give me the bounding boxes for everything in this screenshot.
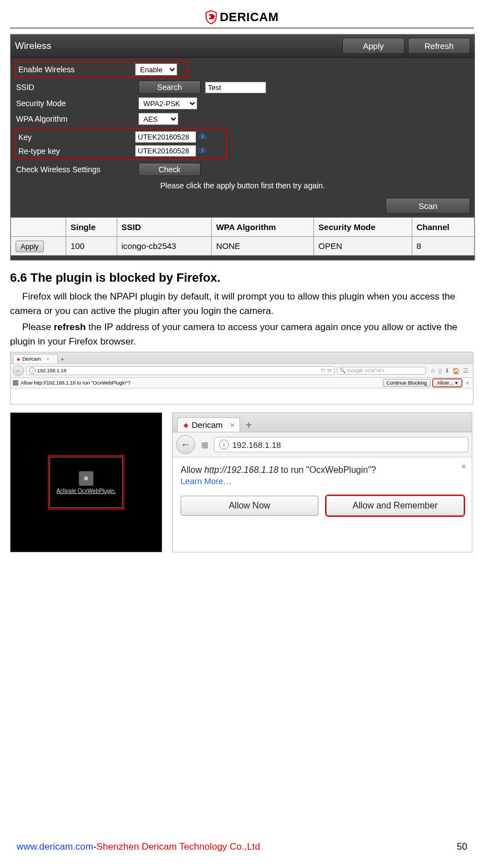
wpa-algorithm-select[interactable]: AES [138, 113, 178, 125]
key-input[interactable] [135, 131, 196, 143]
plugin-bar-icon[interactable]: ▦ [199, 440, 209, 449]
brand-name: DERICAM [219, 10, 278, 24]
wifi-scan-table: Single SSID WPA Algorithm Security Mode … [11, 217, 475, 256]
learn-more-link[interactable]: Learn More… [181, 476, 464, 486]
browser-tab[interactable]: ◆ Dericam × [177, 417, 240, 432]
new-tab-icon[interactable]: + [240, 419, 258, 432]
search-bar[interactable]: 🔍 Google <Ctrl+K> [337, 367, 426, 375]
firefox-small-screenshot: ◆ Dericam × + ← i 192.168.1.18 🛡 ⟳ 🔍 Goo… [10, 352, 473, 405]
cell-ssid: icongo-cb2543 [117, 237, 211, 256]
col-wpa: WPA Algorithm [211, 218, 313, 237]
url-bar[interactable]: i 192.168.1.18 [214, 437, 468, 452]
col-ssid: SSID [117, 218, 211, 237]
allow-button[interactable]: Allow… ▾ [433, 379, 462, 387]
allow-now-button[interactable]: Allow Now [181, 496, 318, 516]
plugin-icon [13, 380, 18, 386]
apply-button[interactable]: Apply [342, 38, 405, 54]
wpa-algorithm-label: WPA Algorithm [16, 114, 138, 123]
url-text: 192.168.1.18 [232, 440, 281, 450]
back-button[interactable]: ← [13, 365, 24, 376]
scan-button[interactable]: Scan [386, 198, 470, 214]
prompt-text: Allow http://192.168.1.18 to run "OcxWeb… [181, 465, 464, 475]
refresh-button[interactable]: Refresh [408, 38, 470, 54]
table-row: Apply 100 icongo-cb2543 NONE OPEN 8 [11, 237, 475, 256]
retype-key-input[interactable] [135, 145, 196, 157]
plugin-info-bar: Allow http://192.168.1.18 to run "OcxWeb… [11, 378, 473, 388]
row-apply-button[interactable]: Apply [16, 241, 44, 252]
activate-plugin-caption: Activate OcxWebPlugin. [56, 488, 116, 494]
security-mode-label: Security Mode [16, 99, 138, 108]
menu-icon[interactable]: ☰ [463, 367, 468, 375]
url-text: 192.168.1.18 [37, 368, 67, 373]
info-bar-text: Allow http://192.168.1.18 to run "OcxWeb… [21, 380, 131, 386]
col-single: Single [66, 218, 117, 237]
col-security: Security Mode [314, 218, 412, 237]
close-icon[interactable]: × [461, 462, 466, 472]
cell-security: OPEN [314, 237, 412, 256]
bookmarks-icon[interactable]: ▯ [438, 367, 442, 375]
plugin-lego-icon: ▦ [79, 471, 93, 486]
tab-title: Dericam [22, 356, 41, 362]
new-tab-icon[interactable]: + [58, 356, 67, 363]
enable-wireless-label: Enable Wireless [18, 65, 135, 74]
firefox-tab-strip: ◆ Dericam × + [11, 352, 473, 363]
continue-blocking-button[interactable]: Continue Blocking [383, 379, 431, 387]
tab-title: Dericam [192, 420, 223, 430]
footer-url[interactable]: www.dericam.com [17, 841, 93, 852]
shield-icon: 🛡 [321, 368, 326, 373]
home-icon[interactable]: 🏠 [452, 367, 460, 375]
back-button[interactable]: ← [176, 435, 195, 454]
wireless-panel-header: Wireless Apply Refresh [11, 34, 475, 58]
enable-wireless-select[interactable]: Enable [135, 63, 177, 76]
info-icon: i [29, 367, 36, 374]
firefox-url-row: ← i 192.168.1.18 🛡 ⟳ 🔍 Google <Ctrl+K> ☆… [11, 363, 473, 378]
brand-logo: DERICAM [10, 6, 474, 27]
plugin-prompt-panel: × Allow http://192.168.1.18 to run "OcxW… [173, 457, 472, 552]
wireless-settings-screenshot: Wireless Apply Refresh Enable Wireless E… [10, 34, 475, 261]
ssid-input[interactable] [205, 82, 266, 93]
security-mode-select[interactable]: WPA2-PSK [138, 97, 197, 109]
cell-single: 100 [66, 237, 117, 256]
table-header-row: Single SSID WPA Algorithm Security Mode … [11, 218, 475, 237]
toolbar-icons: ☆ ▯ ⬇ 🏠 ☰ [428, 367, 471, 375]
url-bar[interactable]: i 192.168.1.18 🛡 ⟳ [26, 366, 335, 375]
allow-and-remember-button[interactable]: Allow and Remember [326, 496, 464, 516]
check-button[interactable]: Check [138, 163, 201, 176]
browser-tab[interactable]: ◆ Dericam × [13, 354, 58, 363]
cell-channel: 8 [412, 237, 475, 256]
key-label: Key [18, 133, 135, 142]
close-icon[interactable]: × [464, 380, 471, 386]
wireless-panel-title: Wireless [15, 41, 51, 52]
firefox-url-row: ← ▦ i 192.168.1.18 [173, 432, 472, 457]
tab-favicon-icon: ◆ [183, 421, 188, 429]
reload-icon[interactable]: ⟳ [327, 368, 332, 373]
eye-icon[interactable]: 👁 [198, 146, 207, 156]
eye-icon[interactable]: 👁 [198, 132, 207, 142]
plugin-placeholder-screenshot: ▦ Activate OcxWebPlugin. [10, 412, 162, 552]
paragraph-1: Firefox will block the NPAPI plugin by d… [10, 290, 474, 318]
wireless-hint: Please click the apply button first then… [11, 178, 475, 196]
tab-close-icon[interactable]: × [47, 356, 49, 362]
svg-rect-0 [209, 16, 211, 18]
tab-close-icon[interactable]: × [230, 420, 235, 430]
page-footer: www.dericam.com-Shenzhen Dericam Technol… [17, 841, 467, 852]
header-rule [10, 28, 474, 28]
col-channel: Channel [412, 218, 475, 237]
shield-icon [205, 10, 217, 24]
info-icon: i [219, 440, 229, 450]
firefox-large-screenshot: ◆ Dericam × + ← ▦ i 192.168.1.18 × Allow… [172, 412, 472, 552]
page-number: 50 [457, 841, 467, 852]
paragraph-2: Please refresh the IP address of your ca… [10, 320, 474, 348]
footer-company: Shenzhen Dericam Technology Co.,Ltd [97, 841, 261, 852]
ssid-label: SSID [16, 83, 138, 92]
cell-wpa: NONE [211, 237, 313, 256]
check-wireless-label: Check Wireless Settings [16, 165, 138, 174]
activate-plugin-box[interactable]: ▦ Activate OcxWebPlugin. [49, 457, 123, 508]
downloads-icon[interactable]: ⬇ [445, 367, 450, 375]
section-heading: 6.6 The plugin is blocked by Firefox. [10, 271, 474, 285]
star-icon[interactable]: ☆ [430, 367, 436, 375]
tab-favicon-icon: ◆ [17, 357, 20, 362]
firefox-tab-strip: ◆ Dericam × + [173, 413, 472, 432]
search-button[interactable]: Search [138, 81, 201, 94]
retype-key-label: Re-type key [18, 147, 135, 156]
